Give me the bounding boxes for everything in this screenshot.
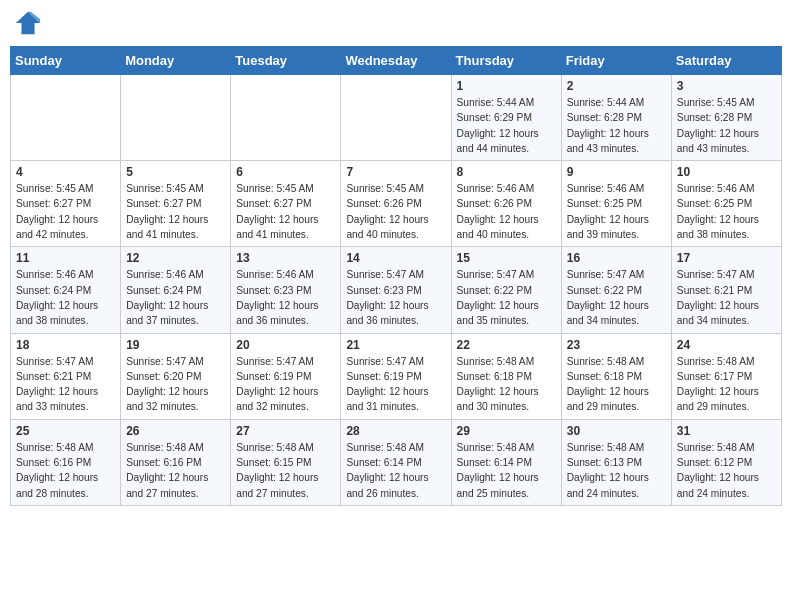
day-number: 3 (677, 79, 776, 93)
calendar-cell: 18Sunrise: 5:47 AM Sunset: 6:21 PM Dayli… (11, 333, 121, 419)
day-number: 1 (457, 79, 556, 93)
day-detail: Sunrise: 5:47 AM Sunset: 6:21 PM Dayligh… (677, 267, 776, 328)
calendar-cell: 8Sunrise: 5:46 AM Sunset: 6:26 PM Daylig… (451, 161, 561, 247)
day-detail: Sunrise: 5:45 AM Sunset: 6:28 PM Dayligh… (677, 95, 776, 156)
calendar-cell: 29Sunrise: 5:48 AM Sunset: 6:14 PM Dayli… (451, 419, 561, 505)
calendar-cell (231, 75, 341, 161)
calendar-cell: 11Sunrise: 5:46 AM Sunset: 6:24 PM Dayli… (11, 247, 121, 333)
day-detail: Sunrise: 5:46 AM Sunset: 6:23 PM Dayligh… (236, 267, 335, 328)
day-detail: Sunrise: 5:47 AM Sunset: 6:19 PM Dayligh… (346, 354, 445, 415)
weekday-header: Thursday (451, 47, 561, 75)
calendar-cell: 7Sunrise: 5:45 AM Sunset: 6:26 PM Daylig… (341, 161, 451, 247)
day-number: 14 (346, 251, 445, 265)
day-detail: Sunrise: 5:44 AM Sunset: 6:28 PM Dayligh… (567, 95, 666, 156)
calendar-week: 18Sunrise: 5:47 AM Sunset: 6:21 PM Dayli… (11, 333, 782, 419)
calendar-cell: 28Sunrise: 5:48 AM Sunset: 6:14 PM Dayli… (341, 419, 451, 505)
day-detail: Sunrise: 5:48 AM Sunset: 6:18 PM Dayligh… (457, 354, 556, 415)
day-detail: Sunrise: 5:47 AM Sunset: 6:20 PM Dayligh… (126, 354, 225, 415)
day-number: 8 (457, 165, 556, 179)
calendar-week: 1Sunrise: 5:44 AM Sunset: 6:29 PM Daylig… (11, 75, 782, 161)
day-detail: Sunrise: 5:48 AM Sunset: 6:14 PM Dayligh… (346, 440, 445, 501)
day-number: 26 (126, 424, 225, 438)
day-number: 22 (457, 338, 556, 352)
day-number: 24 (677, 338, 776, 352)
header-row: SundayMondayTuesdayWednesdayThursdayFrid… (11, 47, 782, 75)
calendar-cell: 3Sunrise: 5:45 AM Sunset: 6:28 PM Daylig… (671, 75, 781, 161)
day-detail: Sunrise: 5:48 AM Sunset: 6:12 PM Dayligh… (677, 440, 776, 501)
day-detail: Sunrise: 5:46 AM Sunset: 6:24 PM Dayligh… (16, 267, 115, 328)
weekday-header: Monday (121, 47, 231, 75)
day-detail: Sunrise: 5:44 AM Sunset: 6:29 PM Dayligh… (457, 95, 556, 156)
day-detail: Sunrise: 5:48 AM Sunset: 6:15 PM Dayligh… (236, 440, 335, 501)
day-number: 28 (346, 424, 445, 438)
day-number: 13 (236, 251, 335, 265)
day-detail: Sunrise: 5:46 AM Sunset: 6:26 PM Dayligh… (457, 181, 556, 242)
day-number: 21 (346, 338, 445, 352)
day-number: 6 (236, 165, 335, 179)
day-number: 9 (567, 165, 666, 179)
day-detail: Sunrise: 5:45 AM Sunset: 6:26 PM Dayligh… (346, 181, 445, 242)
day-number: 11 (16, 251, 115, 265)
weekday-header: Wednesday (341, 47, 451, 75)
calendar-cell: 4Sunrise: 5:45 AM Sunset: 6:27 PM Daylig… (11, 161, 121, 247)
calendar-cell: 23Sunrise: 5:48 AM Sunset: 6:18 PM Dayli… (561, 333, 671, 419)
day-detail: Sunrise: 5:46 AM Sunset: 6:25 PM Dayligh… (677, 181, 776, 242)
day-detail: Sunrise: 5:45 AM Sunset: 6:27 PM Dayligh… (126, 181, 225, 242)
day-detail: Sunrise: 5:48 AM Sunset: 6:13 PM Dayligh… (567, 440, 666, 501)
calendar-cell: 31Sunrise: 5:48 AM Sunset: 6:12 PM Dayli… (671, 419, 781, 505)
page-header (10, 10, 782, 38)
calendar-cell: 5Sunrise: 5:45 AM Sunset: 6:27 PM Daylig… (121, 161, 231, 247)
day-number: 29 (457, 424, 556, 438)
day-detail: Sunrise: 5:46 AM Sunset: 6:24 PM Dayligh… (126, 267, 225, 328)
day-number: 23 (567, 338, 666, 352)
calendar-cell: 9Sunrise: 5:46 AM Sunset: 6:25 PM Daylig… (561, 161, 671, 247)
calendar-cell: 17Sunrise: 5:47 AM Sunset: 6:21 PM Dayli… (671, 247, 781, 333)
calendar-table: SundayMondayTuesdayWednesdayThursdayFrid… (10, 46, 782, 506)
day-detail: Sunrise: 5:47 AM Sunset: 6:23 PM Dayligh… (346, 267, 445, 328)
calendar-cell: 16Sunrise: 5:47 AM Sunset: 6:22 PM Dayli… (561, 247, 671, 333)
day-number: 31 (677, 424, 776, 438)
logo (14, 10, 46, 38)
calendar-cell (121, 75, 231, 161)
calendar-week: 25Sunrise: 5:48 AM Sunset: 6:16 PM Dayli… (11, 419, 782, 505)
calendar-cell: 19Sunrise: 5:47 AM Sunset: 6:20 PM Dayli… (121, 333, 231, 419)
calendar-cell: 13Sunrise: 5:46 AM Sunset: 6:23 PM Dayli… (231, 247, 341, 333)
weekday-header: Sunday (11, 47, 121, 75)
calendar-cell: 12Sunrise: 5:46 AM Sunset: 6:24 PM Dayli… (121, 247, 231, 333)
day-number: 12 (126, 251, 225, 265)
calendar-cell: 25Sunrise: 5:48 AM Sunset: 6:16 PM Dayli… (11, 419, 121, 505)
calendar-cell: 2Sunrise: 5:44 AM Sunset: 6:28 PM Daylig… (561, 75, 671, 161)
day-number: 27 (236, 424, 335, 438)
day-number: 7 (346, 165, 445, 179)
svg-marker-0 (16, 12, 40, 34)
calendar-cell: 30Sunrise: 5:48 AM Sunset: 6:13 PM Dayli… (561, 419, 671, 505)
day-detail: Sunrise: 5:46 AM Sunset: 6:25 PM Dayligh… (567, 181, 666, 242)
calendar-cell: 6Sunrise: 5:45 AM Sunset: 6:27 PM Daylig… (231, 161, 341, 247)
day-detail: Sunrise: 5:47 AM Sunset: 6:19 PM Dayligh… (236, 354, 335, 415)
day-number: 15 (457, 251, 556, 265)
day-number: 17 (677, 251, 776, 265)
calendar-cell: 22Sunrise: 5:48 AM Sunset: 6:18 PM Dayli… (451, 333, 561, 419)
calendar-cell: 26Sunrise: 5:48 AM Sunset: 6:16 PM Dayli… (121, 419, 231, 505)
weekday-header: Saturday (671, 47, 781, 75)
calendar-cell: 15Sunrise: 5:47 AM Sunset: 6:22 PM Dayli… (451, 247, 561, 333)
day-number: 5 (126, 165, 225, 179)
day-detail: Sunrise: 5:48 AM Sunset: 6:16 PM Dayligh… (126, 440, 225, 501)
day-number: 4 (16, 165, 115, 179)
day-number: 18 (16, 338, 115, 352)
day-number: 19 (126, 338, 225, 352)
calendar-cell (341, 75, 451, 161)
calendar-week: 11Sunrise: 5:46 AM Sunset: 6:24 PM Dayli… (11, 247, 782, 333)
day-number: 25 (16, 424, 115, 438)
weekday-header: Friday (561, 47, 671, 75)
day-number: 2 (567, 79, 666, 93)
calendar-week: 4Sunrise: 5:45 AM Sunset: 6:27 PM Daylig… (11, 161, 782, 247)
calendar-cell: 1Sunrise: 5:44 AM Sunset: 6:29 PM Daylig… (451, 75, 561, 161)
day-number: 20 (236, 338, 335, 352)
day-detail: Sunrise: 5:48 AM Sunset: 6:18 PM Dayligh… (567, 354, 666, 415)
day-number: 10 (677, 165, 776, 179)
calendar-cell: 21Sunrise: 5:47 AM Sunset: 6:19 PM Dayli… (341, 333, 451, 419)
weekday-header: Tuesday (231, 47, 341, 75)
day-number: 30 (567, 424, 666, 438)
logo-icon (14, 10, 42, 38)
